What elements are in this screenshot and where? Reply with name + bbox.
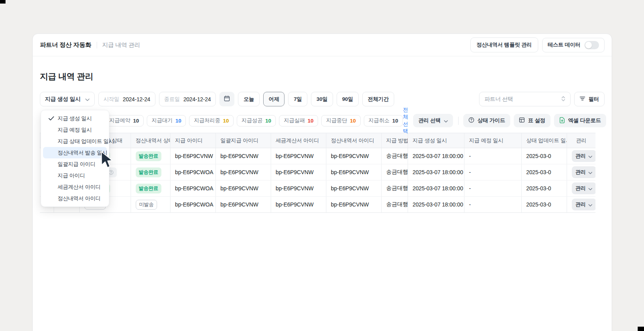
cell-statement-id: bp-E6P9CVNW xyxy=(326,148,381,164)
quick-range-button[interactable]: 30일 xyxy=(311,92,333,106)
payments-table: 세금계산서 상태정산내역서 상태지급 아이디일괄지급 아이디세금계산서 아이디정… xyxy=(40,133,595,213)
quick-range-group: 오늘어제7일30일90일전체기간 xyxy=(238,92,394,106)
statement-template-button[interactable]: 정산내역서 템플릿 관리 xyxy=(470,37,538,52)
cell-payment-id: bp-E6P9CWOA xyxy=(170,180,215,197)
dropdown-item[interactable]: 세금계산서 아이디 xyxy=(43,181,107,193)
chevron-down-icon xyxy=(588,153,592,159)
start-date-value: 2024-12-24 xyxy=(123,96,150,102)
status-chip-count: 10 xyxy=(223,118,229,124)
table-row: 발행취소발송완료bp-E6P9CWOAbp-E6P9CVNWbp-E6P9CVN… xyxy=(40,164,595,180)
dropdown-item[interactable]: 지급 아이디 xyxy=(43,170,107,181)
quick-range-button[interactable]: 전체기간 xyxy=(362,92,394,106)
quick-range-button[interactable]: 90일 xyxy=(337,92,359,106)
dropdown-item-label: 지급 생성 일시 xyxy=(58,115,92,122)
row-manage-button[interactable]: 관리 xyxy=(572,150,596,162)
statement-status-text: 미발송 xyxy=(139,201,154,208)
start-date-input[interactable]: 시작일 2024-12-24 xyxy=(98,92,155,106)
date-type-select[interactable]: 지급 생성 일시 xyxy=(40,92,95,106)
status-chip-count: 10 xyxy=(350,118,356,124)
cell-payment-id: bp-E6P9CWOA xyxy=(170,197,215,213)
quick-range-button[interactable]: 오늘 xyxy=(238,92,260,106)
dropdown-item[interactable]: 정산내역서 발송 일시 xyxy=(43,147,107,158)
cell-manage: 관리 xyxy=(567,164,595,180)
status-guide-label: 상태 가이드 xyxy=(477,117,505,124)
dropdown-item[interactable]: 정산내역서 아이디 xyxy=(43,193,107,204)
top-bar-right: 정산내역서 템플릿 관리 테스트 데이터 xyxy=(470,37,605,52)
quick-range-button[interactable]: 7일 xyxy=(288,92,307,106)
table-row: 미발행미발송bp-E6P9CWOAbp-E6P9CVNWbp-E6P9CVNWb… xyxy=(40,197,595,213)
start-date-label: 시작일 xyxy=(103,96,119,103)
cell-statement-id: bp-E6P9CVNW xyxy=(326,180,381,197)
cell-payment-method: 송금대행 xyxy=(381,164,408,180)
end-date-value: 2024-12-24 xyxy=(183,96,211,102)
status-chip[interactable]: 지급대기10 xyxy=(147,115,186,126)
select-all-link[interactable]: 전체선택 xyxy=(403,106,408,135)
cell-payment-id: bp-E6P9CWOA xyxy=(170,164,215,180)
chevron-down-icon xyxy=(85,96,90,102)
cell-statement-id: bp-E6P9CVNW xyxy=(326,164,381,180)
statement-status-text: 발송완료 xyxy=(139,185,158,192)
status-chip[interactable]: 지급취소10 xyxy=(364,115,403,126)
test-data-control: 테스트 데이터 xyxy=(542,38,605,52)
content-area: 지급 내역 관리 지급 생성 일시 시작일 2024-12-24 종료일 202… xyxy=(33,71,612,213)
dropdown-item[interactable]: 지급 생성 일시 xyxy=(43,113,107,124)
cell-scheduled-at: - xyxy=(464,148,521,164)
cell-statement-status: 발송완료 xyxy=(131,180,170,197)
cell-scheduled-at: - xyxy=(464,164,521,180)
partner-select[interactable]: 파트너 선택 xyxy=(479,92,571,106)
statement-status-text: 발송완료 xyxy=(139,153,158,160)
status-chip[interactable]: 지급실패10 xyxy=(279,115,318,126)
dropdown-item-label: 일괄지급 아이디 xyxy=(58,161,95,168)
quick-range-button[interactable]: 어제 xyxy=(263,92,285,106)
check-icon xyxy=(48,116,54,121)
column-header: 정산내역서 상태 xyxy=(131,133,170,148)
cell-tax-invoice-id: bp-E6P9CVNW xyxy=(271,148,326,164)
top-bar: 파트너 정산 자동화 지급 내역 관리 정산내역서 템플릿 관리 테스트 데이터 xyxy=(33,34,612,56)
status-chip-label: 지급실패 xyxy=(284,117,305,124)
cell-created-at: 2025-03-07 18:00:00 xyxy=(408,164,464,180)
status-chip-group: 지급예약10지급대기10지급처리중10지급성공10지급실패10지급중단10지급취… xyxy=(105,115,403,126)
row-manage-button[interactable]: 관리 xyxy=(572,182,596,194)
end-date-input[interactable]: 종료일 2024-12-24 xyxy=(159,92,216,106)
calendar-button[interactable] xyxy=(219,92,234,106)
manage-select-button[interactable]: 관리 선택 xyxy=(413,114,453,127)
filter-button[interactable]: 필터 xyxy=(574,92,605,106)
cell-bulk-payment-id: bp-E6P9CVNW xyxy=(215,197,271,213)
dropdown-item[interactable]: 지급 상태 업데이트 일시 xyxy=(43,136,107,147)
dropdown-item-label: 지급 예정 일시 xyxy=(58,126,92,134)
cell-created-at: 2025-03-07 18:00:00 xyxy=(408,148,464,164)
dropdown-item[interactable]: 일괄지급 아이디 xyxy=(43,158,107,170)
column-header: 세금계산서 아이디 xyxy=(271,133,326,148)
status-chip[interactable]: 지급중단10 xyxy=(321,115,360,126)
dropdown-item[interactable]: 지급 예정 일시 xyxy=(43,124,107,136)
column-header: 상태 업데이트 일시 xyxy=(521,133,567,148)
row-manage-button[interactable]: 관리 xyxy=(572,199,596,210)
row-manage-label: 관리 xyxy=(576,152,586,160)
table-row: 발행완료발송완료bp-E6P9CVNWbp-E6P9CVNWbp-E6P9CVN… xyxy=(40,148,595,164)
dropdown-item-label: 지급 아이디 xyxy=(58,172,85,179)
table-settings-button[interactable]: 표 설정 xyxy=(514,114,550,127)
status-chip[interactable]: 지급처리중10 xyxy=(189,115,234,126)
status-guide-button[interactable]: 상태 가이드 xyxy=(463,114,510,127)
test-data-toggle[interactable] xyxy=(584,41,599,49)
excel-download-button[interactable]: 엑셀 다운로드 xyxy=(554,114,606,127)
chevron-down-icon xyxy=(588,169,592,175)
page-title: 지급 내역 관리 xyxy=(40,71,605,82)
status-chip-count: 10 xyxy=(175,118,181,124)
excel-file-download-icon xyxy=(559,117,565,125)
row-manage-label: 관리 xyxy=(576,201,586,208)
cell-statement-id: bp-E6P9CVNW xyxy=(326,197,381,213)
cell-manage: 관리 xyxy=(567,197,595,213)
cell-statement-status: 미발송 xyxy=(131,197,170,213)
controls-row: 지급예약10지급대기10지급처리중10지급성공10지급실패10지급중단10지급취… xyxy=(40,114,605,127)
statement-status-badge: 발송완료 xyxy=(136,184,161,193)
cell-scheduled-at: - xyxy=(464,180,521,197)
status-chip[interactable]: 지급성공10 xyxy=(237,115,276,126)
cell-statement-status: 발송완료 xyxy=(131,148,170,164)
test-data-label: 테스트 데이터 xyxy=(548,41,580,48)
status-chip-label: 지급성공 xyxy=(242,117,262,124)
status-chip[interactable]: 지급예약10 xyxy=(105,115,144,126)
screenshot-corner-artifact xyxy=(0,0,6,4)
status-chip-label: 지급취소 xyxy=(369,117,389,124)
row-manage-button[interactable]: 관리 xyxy=(572,166,596,178)
